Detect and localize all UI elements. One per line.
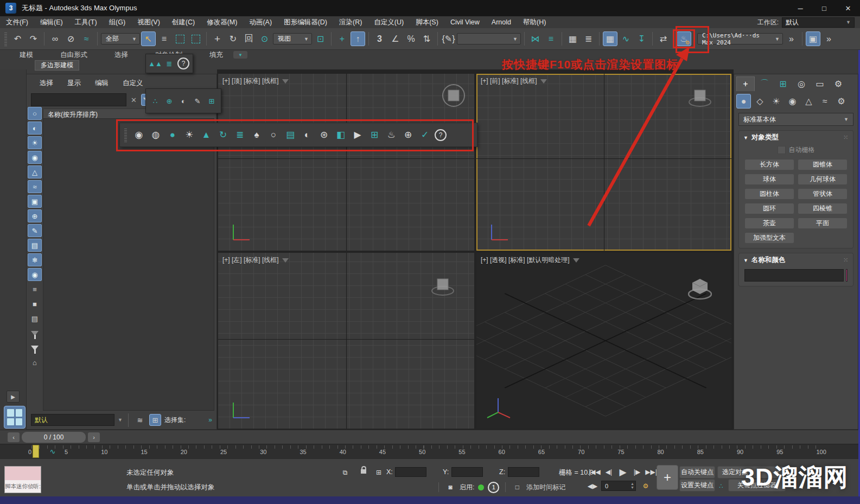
filter-helpers-icon[interactable]: △ bbox=[28, 165, 42, 178]
use-pivot-center-icon[interactable]: ⊡ bbox=[313, 31, 328, 46]
select-and-place-icon[interactable]: ⊙ bbox=[257, 31, 272, 46]
viewport-top-label[interactable]: [+] [顶] [标准] [线框] bbox=[222, 76, 279, 86]
sun-icon[interactable]: ☀ bbox=[182, 128, 196, 142]
rectangular-selection-icon[interactable] bbox=[173, 31, 187, 46]
viewport-top[interactable]: [+] [顶] [标准] [线框] bbox=[218, 74, 474, 251]
light-icon[interactable]: ● bbox=[165, 128, 180, 142]
list-panel-icon[interactable]: ≣ bbox=[163, 58, 175, 69]
selection-filter-dropdown[interactable]: 全部▼ bbox=[101, 33, 140, 44]
teapot-icon[interactable]: ♨ bbox=[384, 128, 398, 142]
foliage-icon[interactable]: ▲▲ bbox=[149, 58, 161, 69]
undo-icon[interactable]: ↶ bbox=[10, 31, 25, 46]
explorer-object-list[interactable] bbox=[43, 118, 214, 411]
menu-item[interactable]: 编辑(E) bbox=[34, 16, 69, 28]
select-object-icon[interactable]: ↖ bbox=[141, 31, 156, 46]
ribbon-minimize-icon[interactable]: ▼ bbox=[233, 51, 247, 59]
close-button[interactable]: ✕ bbox=[836, 0, 860, 16]
z-coordinate-field[interactable] bbox=[508, 467, 539, 477]
viewport-front[interactable]: [+] [前] [标准] [线框] bbox=[476, 74, 731, 251]
palette-icon[interactable]: ◐ bbox=[300, 128, 314, 142]
container-icon[interactable]: ⌂ bbox=[28, 356, 42, 369]
scene-explorer-toggle-icon[interactable]: ▦ bbox=[565, 31, 580, 46]
primitive-button[interactable]: 加强型文本 bbox=[744, 232, 794, 244]
tab-modify[interactable]: ⌒ bbox=[756, 76, 773, 91]
menu-item[interactable]: 帮助(H) bbox=[517, 16, 552, 28]
shield-icon[interactable]: ◙ bbox=[445, 481, 456, 494]
help-icon[interactable]: ? bbox=[177, 58, 189, 69]
object-name-input[interactable] bbox=[744, 269, 844, 282]
create-helpers-icon[interactable]: △ bbox=[801, 94, 816, 109]
render-check-icon[interactable]: ✓ bbox=[418, 128, 432, 142]
create-lights-icon[interactable]: ☀ bbox=[769, 94, 783, 109]
tab-motion[interactable]: ◎ bbox=[793, 76, 810, 91]
bind-to-spacewarp-icon[interactable]: ≈ bbox=[79, 31, 94, 46]
menu-item[interactable]: 动画(A) bbox=[243, 16, 278, 28]
filter-funnel-icon[interactable] bbox=[28, 341, 42, 354]
percent-snap-icon[interactable]: % bbox=[404, 31, 418, 46]
clear-search-icon[interactable]: ✕ bbox=[129, 96, 139, 104]
viewcube-left[interactable] bbox=[431, 275, 455, 298]
primitive-button[interactable]: 茶壶 bbox=[744, 218, 794, 229]
toolbar-drag-handle[interactable] bbox=[4, 32, 7, 46]
select-by-name-icon[interactable]: ≡ bbox=[157, 31, 171, 46]
filter-spacewarps-icon[interactable]: ≈ bbox=[28, 180, 42, 193]
viewcube-front[interactable] bbox=[688, 86, 712, 110]
project-folder-dropdown[interactable]: C:\Users\Ad···ds Max 2024▼ bbox=[697, 33, 783, 44]
ribbon-tab[interactable]: 填充 bbox=[203, 50, 230, 60]
name-color-header[interactable]: ▼名称和颜色 ⁙ bbox=[739, 253, 853, 267]
add-camera-icon[interactable]: ◍ bbox=[149, 128, 163, 142]
render-list-icon[interactable]: ≣ bbox=[233, 128, 247, 142]
edit-named-selections-icon[interactable]: {✎} bbox=[441, 31, 456, 46]
motion-blur-icon[interactable]: ○ bbox=[266, 128, 281, 142]
filter-geometry-icon[interactable]: ○ bbox=[28, 107, 42, 120]
mirror-icon[interactable]: ⋈ bbox=[528, 31, 543, 46]
track-bar[interactable]: ∿ 05101520253035404550556065707580859095… bbox=[0, 444, 860, 460]
menu-item[interactable]: Arnold bbox=[486, 16, 517, 28]
select-and-manipulate-icon[interactable]: + bbox=[335, 31, 349, 46]
viewport-filter-icon[interactable] bbox=[573, 258, 579, 263]
viewport-left-label[interactable]: [+] [左] [标准] [线框] bbox=[222, 256, 279, 265]
macro-recorder-field[interactable] bbox=[4, 466, 41, 481]
menu-item[interactable]: 创建(C) bbox=[166, 16, 201, 28]
workspace-dropdown[interactable]: 默认▼ bbox=[782, 17, 855, 28]
paint-sphere-icon[interactable]: ◐ bbox=[177, 95, 189, 107]
time-tag-label[interactable]: 添加时间标记 bbox=[526, 483, 565, 492]
menu-item[interactable]: 渲染(R) bbox=[333, 16, 368, 28]
filter-groups-icon[interactable]: ▣ bbox=[28, 195, 42, 208]
toolbar-drag-handle[interactable] bbox=[124, 128, 127, 142]
viewcube-top[interactable] bbox=[442, 84, 466, 107]
filter-containers-icon[interactable]: ▤ bbox=[28, 239, 42, 252]
filter-particles-icon[interactable]: ❄ bbox=[28, 253, 42, 266]
snap-toggle-3d-icon[interactable]: 3 bbox=[372, 31, 387, 46]
named-selection-dropdown[interactable]: ▼ bbox=[457, 33, 521, 44]
tab-hierarchy[interactable]: ⊞ bbox=[774, 76, 792, 91]
reference-coordinate-dropdown[interactable]: 视图▼ bbox=[273, 33, 312, 44]
preset-caret-icon[interactable]: ▼ bbox=[118, 417, 123, 423]
go-to-start-icon[interactable]: |◀◀ bbox=[588, 465, 601, 479]
viewport-perspective[interactable]: [+] [透视] [标准] [默认明暗处理] bbox=[476, 253, 731, 429]
create-spacewarps-icon[interactable]: ≈ bbox=[818, 94, 832, 109]
maximize-button[interactable]: □ bbox=[812, 0, 836, 16]
viewport-front-label[interactable]: [+] [前] [标准] [线框] bbox=[481, 76, 537, 86]
angle-snap-icon[interactable]: ∠ bbox=[388, 31, 403, 46]
explorer-menu-item[interactable]: 自定义 bbox=[118, 78, 148, 89]
filter-xrefs-icon[interactable]: ⊕ bbox=[28, 209, 42, 222]
go-to-end-icon[interactable]: ▶▶| bbox=[645, 465, 658, 479]
plant-icon[interactable]: ♠ bbox=[250, 128, 264, 142]
filter-visibility-icon[interactable]: ◉ bbox=[28, 268, 42, 281]
iterative-render-icon[interactable]: ↻ bbox=[216, 128, 230, 142]
frame-step-arrows-icon[interactable]: ◀▶ bbox=[587, 480, 598, 493]
maxscript-listener-label[interactable]: 脚本迷你侦听: bbox=[4, 480, 41, 493]
material-editor-icon[interactable]: ↧ bbox=[634, 31, 649, 46]
align-icon[interactable]: ≡ bbox=[544, 31, 558, 46]
primitive-button[interactable]: 圆环 bbox=[744, 203, 794, 214]
next-frame-arrow-icon[interactable]: › bbox=[88, 432, 100, 442]
layers-stack-icon[interactable]: ▤ bbox=[283, 128, 297, 142]
sort-square-icon[interactable]: ■ bbox=[28, 297, 42, 310]
auto-key-button[interactable]: 自动关键点 bbox=[679, 466, 715, 479]
select-and-rotate-icon[interactable]: ↻ bbox=[226, 31, 240, 46]
explorer-menu-item[interactable]: 显示 bbox=[63, 78, 85, 89]
paint-target-icon[interactable]: ⊕ bbox=[163, 95, 175, 107]
light-settings-icon[interactable]: ⊛ bbox=[317, 128, 331, 142]
paint-points-icon[interactable]: ∴ bbox=[149, 95, 161, 107]
